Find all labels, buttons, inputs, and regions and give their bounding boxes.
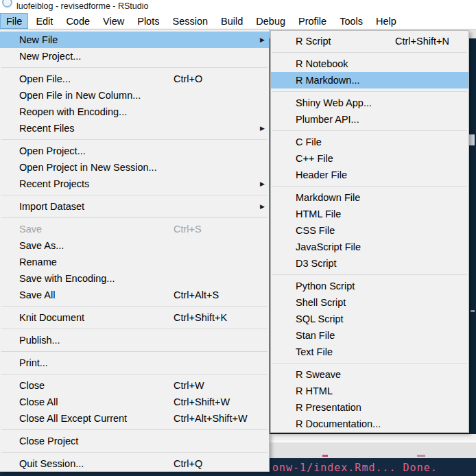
new-file-submenu-item-javascript-file[interactable]: JavaScript File xyxy=(271,239,468,255)
menu-item-shortcut: Ctrl+Alt+Shift+W xyxy=(174,413,248,424)
new-file-submenu-item-r-markdown[interactable]: R Markdown... xyxy=(271,72,468,88)
file-menu-item-close[interactable]: CloseCtrl+W xyxy=(0,377,269,394)
new-file-submenu-item-r-script[interactable]: R ScriptCtrl+Shift+N xyxy=(271,33,468,49)
new-file-submenu-item-shiny-web-app[interactable]: Shiny Web App... xyxy=(271,95,468,111)
file-menu-item-rename[interactable]: Rename xyxy=(0,254,269,270)
menubar-item-debug[interactable]: Debug xyxy=(250,13,291,29)
file-menu-item-open-file[interactable]: Open File...Ctrl+O xyxy=(0,71,269,87)
menu-separator xyxy=(1,329,267,329)
menu-item-label: Rename xyxy=(0,257,57,267)
new-file-submenu-item-stan-file[interactable]: Stan File xyxy=(271,327,468,344)
file-menu-item-save-with-encoding[interactable]: Save with Encoding... xyxy=(0,270,269,287)
menu-item-shortcut: Ctrl+O xyxy=(174,73,202,84)
menubar-item-session[interactable]: Session xyxy=(167,13,213,29)
menubar-item-build[interactable]: Build xyxy=(215,13,248,29)
menu-item-label: New Project... xyxy=(0,51,81,62)
new-file-submenu-item-r-documentation[interactable]: R Documentation... xyxy=(271,416,468,432)
menu-bar: FileEditCodeViewPlotsSessionBuildDebugPr… xyxy=(0,13,476,29)
menu-item-label: R Presentation xyxy=(271,402,361,413)
clipped-text-fragment xyxy=(322,455,328,457)
file-menu-item-close-all[interactable]: Close AllCtrl+Shift+W xyxy=(0,394,269,410)
menu-item-label: Save with Encoding... xyxy=(0,273,115,284)
pane-edge-fragment xyxy=(469,134,475,145)
file-menu-item-new-project[interactable]: New Project... xyxy=(0,48,269,64)
menu-item-label: Stan File xyxy=(271,330,335,341)
menu-item-label: Save All xyxy=(0,289,55,300)
menu-item-label: C++ File xyxy=(271,153,333,164)
file-menu-item-open-project[interactable]: Open Project... xyxy=(0,143,269,159)
menu-item-label: Open File... xyxy=(0,73,71,84)
menubar-item-profile[interactable]: Profile xyxy=(293,13,332,29)
new-file-submenu-item-r-presentation[interactable]: R Presentation xyxy=(271,399,468,416)
menubar-item-tools[interactable]: Tools xyxy=(334,13,368,29)
menu-separator xyxy=(1,195,267,195)
menu-item-label: Markdown File xyxy=(271,192,360,203)
new-file-submenu-item-html-file[interactable]: HTML File xyxy=(271,206,468,222)
new-file-submenu-item-r-html[interactable]: R HTML xyxy=(271,383,468,399)
menu-item-label: Shell Script xyxy=(271,297,346,308)
new-file-submenu-item-markdown-file[interactable]: Markdown File xyxy=(271,189,468,206)
new-file-submenu-item-r-sweave[interactable]: R Sweave xyxy=(271,366,468,383)
menu-item-label: Shiny Web App... xyxy=(271,97,372,108)
new-file-submenu-item-plumber-api[interactable]: Plumber API... xyxy=(271,111,468,128)
menu-item-label: Close xyxy=(0,380,45,391)
menu-item-label: New File xyxy=(0,34,58,45)
submenu-arrow-icon: ▶ xyxy=(260,181,265,187)
file-menu-item-save[interactable]: SaveCtrl+S xyxy=(0,221,269,237)
submenu-arrow-icon: ▶ xyxy=(260,37,265,43)
menu-item-label: Print... xyxy=(0,357,48,368)
menu-item-label: R Documentation... xyxy=(271,418,381,429)
menu-item-label: R Script xyxy=(271,36,331,47)
menu-separator xyxy=(1,351,267,352)
menu-item-label: D3 Script xyxy=(271,258,337,269)
new-file-submenu-item-sql-script[interactable]: SQL Script xyxy=(271,311,468,327)
menu-item-shortcut: Ctrl+Alt+S xyxy=(174,289,219,300)
file-menu-item-close-all-except-current[interactable]: Close All Except CurrentCtrl+Alt+Shift+W xyxy=(0,410,269,427)
file-menu-item-quit-session[interactable]: Quit Session...Ctrl+Q xyxy=(0,455,269,472)
pane-edge-fragment xyxy=(471,310,475,312)
file-menu-item-recent-files[interactable]: Recent Files▶ xyxy=(0,120,269,136)
menubar-item-edit[interactable]: Edit xyxy=(30,13,58,29)
file-menu-item-new-file[interactable]: New File▶ xyxy=(0,32,269,48)
file-menu-item-recent-projects[interactable]: Recent Projects▶ xyxy=(0,176,269,192)
file-menu-item-print[interactable]: Print... xyxy=(0,355,269,371)
file-menu-item-save-all[interactable]: Save AllCtrl+Alt+S xyxy=(0,287,269,303)
menubar-item-view[interactable]: View xyxy=(97,13,130,29)
file-menu-item-open-project-in-new-session[interactable]: Open Project in New Session... xyxy=(0,159,269,176)
file-menu-item-open-file-in-new-column[interactable]: Open File in New Column... xyxy=(0,87,269,104)
submenu-arrow-icon: ▶ xyxy=(260,204,265,210)
menu-separator xyxy=(272,130,467,131)
menu-separator xyxy=(272,52,467,53)
file-menu-item-save-as[interactable]: Save As... xyxy=(0,237,269,254)
menubar-item-plots[interactable]: Plots xyxy=(132,13,165,29)
menu-separator xyxy=(1,452,267,453)
menubar-item-help[interactable]: Help xyxy=(370,13,402,29)
menu-item-label: Text File xyxy=(271,346,333,357)
new-file-submenu-item-c-file[interactable]: C++ File xyxy=(271,150,468,167)
menubar-item-file[interactable]: File xyxy=(0,13,28,29)
new-file-submenu-item-text-file[interactable]: Text File xyxy=(271,344,468,360)
title-bar: luofeiblog - revisedforme - RStudio xyxy=(0,0,476,13)
new-file-submenu: R ScriptCtrl+Shift+NR NotebookR Markdown… xyxy=(270,30,469,433)
file-menu-item-import-dataset[interactable]: Import Dataset▶ xyxy=(0,198,269,215)
menu-item-shortcut: Ctrl+Shift+K xyxy=(174,312,227,323)
menu-item-label: Reopen with Encoding... xyxy=(0,106,127,117)
new-file-submenu-item-d3-script[interactable]: D3 Script xyxy=(271,255,468,272)
menu-item-label: Close Project xyxy=(0,436,78,447)
file-menu-item-knit-document[interactable]: Knit DocumentCtrl+Shift+K xyxy=(0,309,269,326)
new-file-submenu-item-header-file[interactable]: Header File xyxy=(271,167,468,183)
file-menu-item-close-project[interactable]: Close Project xyxy=(0,433,269,449)
new-file-submenu-item-r-notebook[interactable]: R Notebook xyxy=(271,56,468,72)
new-file-submenu-item-css-file[interactable]: CSS File xyxy=(271,222,468,239)
rstudio-app-icon xyxy=(2,0,12,8)
menu-separator xyxy=(1,139,267,140)
menubar-item-code[interactable]: Code xyxy=(60,13,95,29)
menu-item-label: Open File in New Column... xyxy=(0,90,141,101)
file-menu-item-reopen-with-encoding[interactable]: Reopen with Encoding... xyxy=(0,104,269,120)
file-menu-item-publish[interactable]: Publish... xyxy=(0,332,269,348)
new-file-submenu-item-c-file[interactable]: C File xyxy=(271,134,468,150)
menu-separator xyxy=(1,306,267,307)
menu-separator xyxy=(1,67,267,68)
new-file-submenu-item-shell-script[interactable]: Shell Script xyxy=(271,294,468,311)
new-file-submenu-item-python-script[interactable]: Python Script xyxy=(271,278,468,294)
